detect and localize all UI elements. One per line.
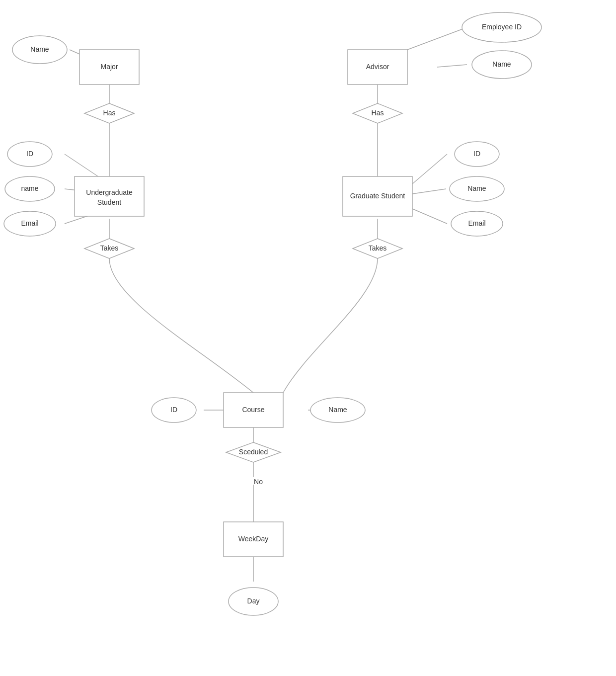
- attr-ug-id-label: ID: [26, 150, 33, 158]
- svg-line-14: [412, 209, 447, 224]
- rel-takes-grad-label: Takes: [369, 244, 387, 252]
- attr-advisor-empid-label: Employee ID: [482, 23, 522, 31]
- attr-ug-name-label: name: [21, 184, 38, 192]
- attr-advisor-name-label: Name: [492, 60, 511, 68]
- entity-advisor-label: Advisor: [366, 63, 389, 71]
- edge-label-no: No: [254, 478, 263, 486]
- svg-line-7: [407, 27, 467, 50]
- attr-major-name-label: Name: [30, 45, 49, 53]
- entity-major-label: Major: [100, 63, 118, 71]
- svg-line-8: [437, 65, 467, 67]
- rel-takes-ug-label: Takes: [100, 244, 119, 252]
- attr-course-name-label: Name: [328, 406, 347, 414]
- entity-course-label: Course: [242, 406, 264, 414]
- entity-undergraduate-label: Undergraduate: [86, 188, 133, 196]
- svg-line-11: [412, 154, 447, 184]
- entity-weekday-label: WeekDay: [238, 535, 268, 543]
- entity-graduate-label: Graduate Student: [350, 192, 405, 200]
- attr-grad-id-label: ID: [473, 150, 480, 158]
- attr-course-id-label: ID: [170, 406, 177, 414]
- entity-undergraduate-label2: Student: [97, 198, 121, 206]
- attr-weekday-day-label: Day: [247, 597, 260, 605]
- attr-ug-email-label: Email: [21, 219, 38, 227]
- entity-undergraduate: [75, 176, 144, 216]
- rel-scheduled-label: Sceduled: [239, 448, 268, 456]
- rel-has-major-label: Has: [103, 109, 116, 117]
- attr-grad-email-label: Email: [468, 219, 485, 227]
- attr-grad-name-label: Name: [467, 184, 486, 192]
- rel-has-advisor-label: Has: [372, 109, 384, 117]
- svg-line-13: [412, 189, 446, 194]
